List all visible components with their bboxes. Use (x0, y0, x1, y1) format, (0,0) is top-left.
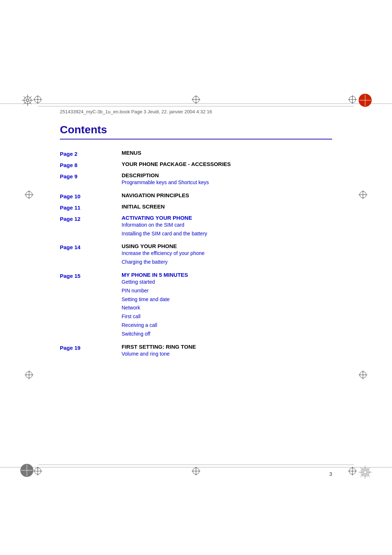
toc-sub-item: Setting time and date (122, 295, 332, 304)
toc-sub-item: Installing the SIM card and the battery (122, 230, 332, 238)
toc-sub-item: Charging the battery (122, 258, 332, 267)
toc-sub-item: PIN number (122, 287, 332, 295)
toc-page-label: Page 2 (60, 150, 118, 161)
toc-page-label: Page 19 (60, 344, 118, 364)
reg-mark-top-right-filled (358, 93, 372, 109)
page-number: 3 (329, 471, 332, 477)
toc-table: Page 2MENUSPage 8YOUR PHONE PACKAGE - AC… (60, 150, 332, 363)
toc-sub-item: Switching off (122, 330, 332, 339)
svg-point-47 (364, 471, 367, 474)
toc-content: YOUR PHONE PACKAGE - ACCESSORIES (118, 161, 332, 172)
toc-row: Page 14USING YOUR PHONEIncrease the effi… (60, 243, 332, 272)
toc-heading: NAVIGATION PRINCIPLES (122, 192, 332, 198)
reg-mark-right-upper (359, 190, 367, 200)
reg-mark-bottom-right-starburst (358, 465, 372, 481)
toc-page-label: Page 9 (60, 172, 118, 192)
toc-row: Page 15MY PHONE IN 5 MINUTESGetting star… (60, 272, 332, 344)
toc-row: Page 8YOUR PHONE PACKAGE - ACCESSORIES (60, 161, 332, 172)
toc-content: MENUS (118, 150, 332, 161)
toc-page-label: Page 14 (60, 243, 118, 272)
toc-row: Page 9DESCRIPTIONProgrammable keys and S… (60, 172, 332, 192)
toc-heading: USING YOUR PHONE (122, 243, 332, 249)
toc-content: USING YOUR PHONEIncrease the efficiency … (118, 243, 332, 272)
toc-content: FIRST SETTING: RING TONEVolume and ring … (118, 344, 332, 364)
toc-row: Page 19FIRST SETTING: RING TONEVolume an… (60, 344, 332, 364)
page: 251433924_myC-3b_1u_en.book Page 3 Jeudi… (0, 0, 392, 555)
reg-mark-bottom-right-cross (348, 467, 357, 477)
page-title: Contents (60, 123, 332, 139)
toc-content: NAVIGATION PRINCIPLES (118, 192, 332, 203)
toc-row: Page 11INITIAL SCREEN (60, 203, 332, 215)
toc-page-label: Page 15 (60, 272, 118, 344)
toc-heading: DESCRIPTION (122, 172, 332, 178)
toc-sub-item: Programmable keys and Shortcut keys (122, 178, 332, 187)
reg-mark-left-upper (25, 190, 33, 200)
toc-heading: INITIAL SCREEN (122, 203, 332, 210)
reg-mark-top-right-cross (348, 95, 357, 105)
toc-sub-item: Receiving a call (122, 321, 332, 330)
toc-content: DESCRIPTIONProgrammable keys and Shortcu… (118, 172, 332, 192)
reg-mark-bottom-left-filled (20, 463, 34, 479)
toc-page-label: Page 12 (60, 215, 118, 243)
toc-sub-item: Getting started (122, 278, 332, 287)
toc-sub-item: Information on the SIM card (122, 221, 332, 230)
toc-page-label: Page 8 (60, 161, 118, 172)
reg-mark-right-lower (359, 370, 367, 381)
bottom-rule-inner (38, 465, 354, 465)
toc-heading: MY PHONE IN 5 MINUTES (122, 272, 332, 278)
toc-sub-item: Volume and ring tone (122, 350, 332, 358)
toc-content: MY PHONE IN 5 MINUTESGetting startedPIN … (118, 272, 332, 344)
toc-content: INITIAL SCREEN (118, 203, 332, 215)
reg-mark-top-left-cross (33, 95, 42, 105)
reg-mark-bottom-center (192, 467, 200, 477)
reg-mark-bottom-left-cross (33, 467, 42, 477)
toc-heading: ACTIVATING YOUR PHONE (122, 215, 332, 221)
toc-heading: YOUR PHONE PACKAGE - ACCESSORIES (122, 161, 332, 167)
toc-sub-item: Network (122, 304, 332, 312)
toc-sub-item: First call (122, 312, 332, 321)
toc-page-label: Page 10 (60, 192, 118, 203)
top-rule-inner (38, 106, 354, 106)
svg-point-5 (26, 99, 29, 101)
toc-content: ACTIVATING YOUR PHONEInformation on the … (118, 215, 332, 243)
toc-row: Page 2MENUS (60, 150, 332, 161)
toc-heading: FIRST SETTING: RING TONE (122, 344, 332, 350)
toc-heading: MENUS (122, 150, 332, 156)
toc-sub-item: Increase the efficiency of your phone (122, 249, 332, 258)
toc-page-label: Page 11 (60, 203, 118, 215)
toc-row: Page 10NAVIGATION PRINCIPLES (60, 192, 332, 203)
content-area: Contents Page 2MENUSPage 8YOUR PHONE PAC… (60, 123, 332, 468)
reg-mark-left-lower (25, 370, 33, 381)
header-info: 251433924_myC-3b_1u_en.book Page 3 Jeudi… (60, 109, 212, 114)
reg-mark-top-center (192, 95, 200, 105)
toc-row: Page 12ACTIVATING YOUR PHONEInformation … (60, 215, 332, 243)
reg-mark-top-left-starburst (21, 94, 34, 108)
